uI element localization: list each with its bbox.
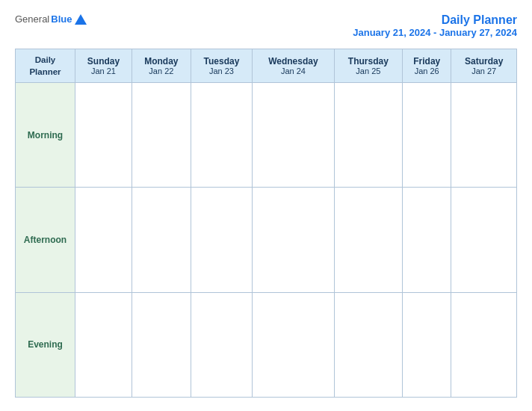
morning-saturday[interactable] (451, 83, 517, 188)
header-tuesday: Tuesday Jan 23 (191, 49, 252, 83)
logo: General Blue (15, 13, 87, 25)
evening-tuesday[interactable] (191, 292, 252, 397)
calendar-table: DailyPlanner Sunday Jan 21 Monday Jan 22… (15, 49, 517, 398)
evening-label: Evening (16, 292, 75, 397)
header-friday: Friday Jan 26 (403, 49, 451, 83)
afternoon-friday[interactable] (403, 188, 451, 292)
header-saturday: Saturday Jan 27 (451, 49, 517, 83)
header-wednesday: Wednesday Jan 24 (253, 49, 334, 83)
header-planner: DailyPlanner (16, 49, 75, 83)
header-thursday: Thursday Jan 25 (334, 49, 402, 83)
calendar-header-row: DailyPlanner Sunday Jan 21 Monday Jan 22… (16, 49, 517, 83)
afternoon-sunday[interactable] (75, 188, 132, 292)
page-title: Daily Planner (353, 13, 517, 27)
morning-row: Morning (16, 83, 517, 188)
logo-triangle-icon (75, 14, 87, 25)
morning-thursday[interactable] (334, 83, 402, 188)
morning-sunday[interactable] (75, 83, 132, 188)
evening-thursday[interactable] (334, 292, 402, 397)
morning-monday[interactable] (132, 83, 191, 188)
afternoon-tuesday[interactable] (191, 188, 252, 292)
evening-monday[interactable] (132, 292, 191, 397)
afternoon-wednesday[interactable] (253, 188, 334, 292)
evening-wednesday[interactable] (253, 292, 334, 397)
logo-blue-text: Blue (51, 13, 72, 25)
date-range: January 21, 2024 - January 27, 2024 (353, 27, 517, 38)
morning-tuesday[interactable] (191, 83, 252, 188)
evening-saturday[interactable] (451, 292, 517, 397)
morning-wednesday[interactable] (253, 83, 334, 188)
page-header: General Blue Daily Planner January 21, 2… (15, 13, 517, 38)
afternoon-saturday[interactable] (451, 188, 517, 292)
afternoon-monday[interactable] (132, 188, 191, 292)
afternoon-row: Afternoon (16, 188, 517, 292)
evening-row: Evening (16, 292, 517, 397)
header-monday: Monday Jan 22 (132, 49, 191, 83)
morning-friday[interactable] (403, 83, 451, 188)
afternoon-label: Afternoon (16, 188, 75, 292)
header-sunday: Sunday Jan 21 (75, 49, 132, 83)
afternoon-thursday[interactable] (334, 188, 402, 292)
evening-friday[interactable] (403, 292, 451, 397)
morning-label: Morning (16, 83, 75, 188)
evening-sunday[interactable] (75, 292, 132, 397)
title-area: Daily Planner January 21, 2024 - January… (353, 13, 517, 38)
logo-general-text: General (15, 13, 49, 25)
